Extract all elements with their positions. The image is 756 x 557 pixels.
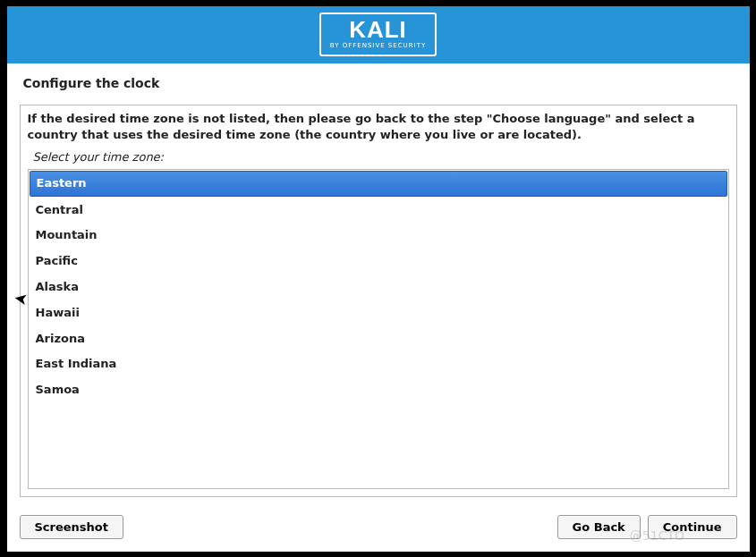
go-back-button[interactable]: Go Back [557, 515, 641, 539]
footer: Screenshot Go Back Continue [7, 506, 750, 552]
kali-logo: KALI BY OFFENSIVE SECURITY [319, 13, 437, 56]
content-area: Configure the clock If the desired time … [7, 63, 750, 506]
timezone-option[interactable]: Mountain [29, 223, 728, 249]
timezone-option[interactable]: Central [29, 198, 728, 224]
timezone-option[interactable]: East Indiana [29, 351, 728, 377]
continue-button[interactable]: Continue [648, 515, 737, 539]
installer-window: KALI BY OFFENSIVE SECURITY Configure the… [7, 6, 750, 552]
page-title: Configure the clock [20, 76, 737, 90]
prompt-label: Select your time zone: [28, 150, 729, 164]
timezone-option[interactable]: Pacific [29, 249, 728, 274]
screenshot-button[interactable]: Screenshot [20, 515, 124, 539]
logo-text: KALI [349, 18, 407, 41]
timezone-option[interactable]: Samoa [29, 377, 728, 403]
header: KALI BY OFFENSIVE SECURITY [7, 6, 750, 63]
timezone-option[interactable]: Eastern [30, 171, 727, 197]
timezone-option[interactable]: Alaska [29, 274, 728, 300]
timezone-listbox[interactable]: EasternCentralMountainPacificAlaskaHawai… [28, 169, 729, 489]
timezone-option[interactable]: Hawaii [29, 300, 728, 326]
logo-subtitle: BY OFFENSIVE SECURITY [330, 43, 426, 49]
instructions-text: If the desired time zone is not listed, … [28, 111, 729, 143]
main-panel: If the desired time zone is not listed, … [20, 105, 737, 497]
timezone-option[interactable]: Arizona [29, 326, 728, 352]
